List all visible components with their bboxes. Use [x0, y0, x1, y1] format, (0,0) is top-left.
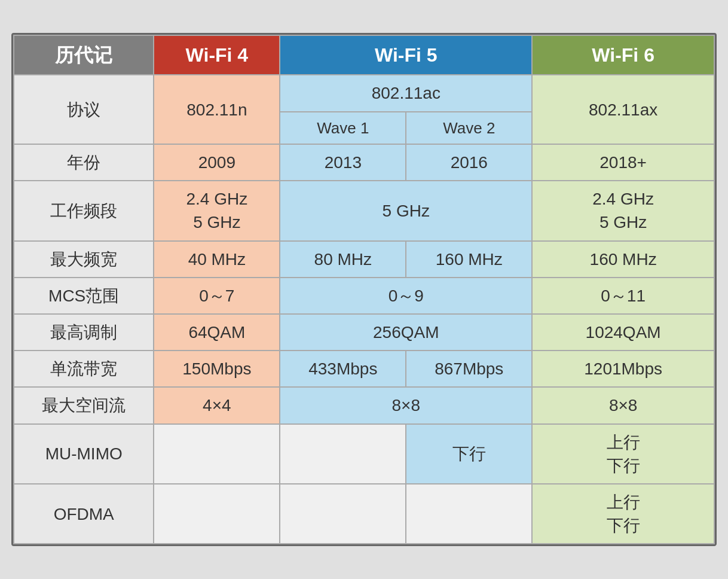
mcs-row: MCS范围 0～7 0～9 0～11 [14, 278, 714, 314]
mcs-label: MCS范围 [14, 278, 154, 314]
comparison-table-wrapper: 历代记 Wi-Fi 4 Wi-Fi 5 Wi-Fi 6 协议 802.11n 8… [11, 33, 717, 547]
protocol-label: 协议 [14, 75, 154, 144]
mumimo-wave2: 下行 [406, 424, 532, 484]
protocol-wifi6: 802.11ax [532, 75, 714, 144]
header-row: 历代记 Wi-Fi 4 Wi-Fi 5 Wi-Fi 6 [14, 35, 714, 75]
year-row: 年份 2009 2013 2016 2018+ [14, 144, 714, 181]
protocol-wifi4: 802.11n [154, 75, 280, 144]
single-stream-wave1: 433Mbps [280, 351, 406, 387]
wave2-label: Wave 2 [406, 112, 532, 144]
modulation-wifi6: 1024QAM [532, 314, 714, 351]
ofdma-label: OFDMA [14, 484, 154, 544]
single-stream-label: 单流带宽 [14, 351, 154, 387]
single-stream-wave2: 867Mbps [406, 351, 532, 387]
frequency-row: 工作频段 2.4 GHz 5 GHz 5 GHz 2.4 GHz 5 GHz [14, 181, 714, 240]
ofdma-row: OFDMA 上行 下行 [14, 484, 714, 544]
mumimo-wave1 [280, 424, 406, 484]
frequency-label: 工作频段 [14, 181, 154, 240]
spatial-wifi5: 8×8 [280, 387, 532, 423]
ofdma-wave1 [280, 484, 406, 544]
spatial-label: 最大空间流 [14, 387, 154, 423]
header-wifi5: Wi-Fi 5 [280, 35, 532, 75]
frequency-wifi5: 5 GHz [280, 181, 532, 240]
bandwidth-row: 最大频宽 40 MHz 80 MHz 160 MHz 160 MHz [14, 241, 714, 278]
header-label: 历代记 [14, 35, 154, 75]
frequency-wifi6: 2.4 GHz 5 GHz [532, 181, 714, 240]
ofdma-wave2 [406, 484, 532, 544]
frequency-wifi4: 2.4 GHz 5 GHz [154, 181, 280, 240]
bandwidth-wave1: 80 MHz [280, 241, 406, 278]
year-label: 年份 [14, 144, 154, 181]
year-wave2: 2016 [406, 144, 532, 181]
mcs-wifi6: 0～11 [532, 278, 714, 314]
spatial-row: 最大空间流 4×4 8×8 8×8 [14, 387, 714, 423]
mcs-wifi5: 0～9 [280, 278, 532, 314]
spatial-wifi6: 8×8 [532, 387, 714, 423]
single-stream-row: 单流带宽 150Mbps 433Mbps 867Mbps 1201Mbps [14, 351, 714, 387]
spatial-wifi4: 4×4 [154, 387, 280, 423]
mumimo-wifi4 [154, 424, 280, 484]
mumimo-wifi6: 上行 下行 [532, 424, 714, 484]
year-wifi6: 2018+ [532, 144, 714, 181]
modulation-wifi4: 64QAM [154, 314, 280, 351]
protocol-row-top: 协议 802.11n 802.11ac 802.11ax [14, 75, 714, 111]
year-wave1: 2013 [280, 144, 406, 181]
wifi-comparison-table: 历代记 Wi-Fi 4 Wi-Fi 5 Wi-Fi 6 协议 802.11n 8… [13, 35, 715, 545]
modulation-wifi5: 256QAM [280, 314, 532, 351]
mcs-wifi4: 0～7 [154, 278, 280, 314]
single-stream-wifi6: 1201Mbps [532, 351, 714, 387]
bandwidth-wifi4: 40 MHz [154, 241, 280, 278]
ofdma-wifi4 [154, 484, 280, 544]
bandwidth-label: 最大频宽 [14, 241, 154, 278]
modulation-row: 最高调制 64QAM 256QAM 1024QAM [14, 314, 714, 351]
modulation-label: 最高调制 [14, 314, 154, 351]
header-wifi6: Wi-Fi 6 [532, 35, 714, 75]
bandwidth-wifi6: 160 MHz [532, 241, 714, 278]
wave1-label: Wave 1 [280, 112, 406, 144]
year-wifi4: 2009 [154, 144, 280, 181]
protocol-wifi5: 802.11ac [280, 75, 532, 111]
mumimo-row: MU-MIMO 下行 上行 下行 [14, 424, 714, 484]
mumimo-label: MU-MIMO [14, 424, 154, 484]
header-wifi4: Wi-Fi 4 [154, 35, 280, 75]
single-stream-wifi4: 150Mbps [154, 351, 280, 387]
bandwidth-wave2: 160 MHz [406, 241, 532, 278]
ofdma-wifi6: 上行 下行 [532, 484, 714, 544]
